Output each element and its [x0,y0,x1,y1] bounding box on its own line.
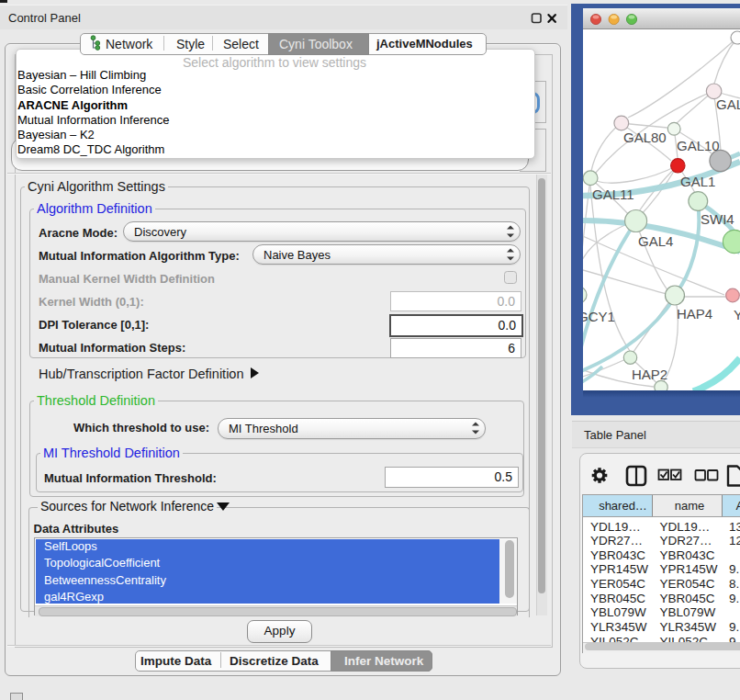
svg-text:GAL10: GAL10 [677,138,720,153]
svg-text:GAL7: GAL7 [716,96,740,112]
svg-text:HAP2: HAP2 [632,367,667,382]
svg-text:GAL4: GAL4 [638,233,673,249]
svg-text:GAL11: GAL11 [592,186,634,202]
svg-text:GCY1: GCY1 [583,309,615,324]
svg-text:GAL1: GAL1 [680,174,715,189]
svg-text:HAP4: HAP4 [677,306,712,322]
svg-text:YL: YL [734,307,740,322]
svg-text:SWI4: SWI4 [701,211,734,227]
svg-text:GAL80: GAL80 [623,130,667,145]
